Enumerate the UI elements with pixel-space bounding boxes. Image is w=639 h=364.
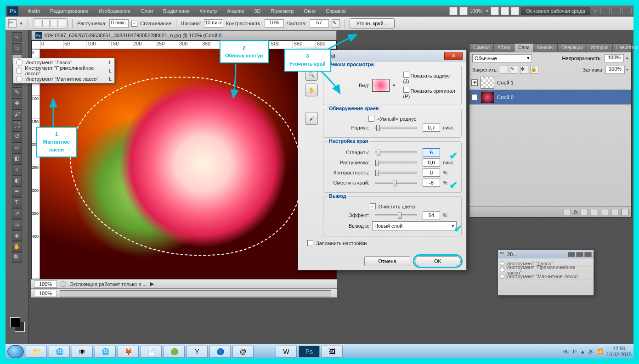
tray-icon[interactable]: 🔊: [588, 348, 594, 354]
tab-history[interactable]: История: [587, 44, 613, 52]
close-button[interactable]: [622, 8, 632, 14]
tab-character[interactable]: Символ: [469, 44, 494, 52]
fg-color[interactable]: [10, 317, 20, 327]
document-tab[interactable]: Ps 10940597_639257039530651_308810479005…: [31, 30, 337, 40]
remember-checkbox[interactable]: [307, 240, 313, 246]
menu-analysis[interactable]: Анализ: [222, 7, 249, 15]
zoom-readout[interactable]: 100%: [469, 8, 482, 14]
frequency-input[interactable]: 57: [310, 19, 329, 28]
path-tool[interactable]: ↗: [12, 208, 22, 218]
image-content[interactable]: [40, 49, 336, 279]
menu-window[interactable]: Окно: [300, 7, 321, 15]
fill-input[interactable]: 100%: [605, 66, 625, 74]
layer-row[interactable]: 👁 Слой 1: [469, 75, 631, 90]
tray-flag-icon[interactable]: 🏳: [572, 349, 577, 354]
ok-button[interactable]: OK: [415, 256, 461, 266]
task-item[interactable]: 📁: [26, 346, 47, 358]
task-item[interactable]: @: [232, 346, 254, 358]
min-button[interactable]: [600, 8, 610, 14]
hand-dlg-icon[interactable]: ✋: [305, 84, 318, 96]
mini-min[interactable]: [568, 252, 575, 257]
task-item[interactable]: 🖼: [322, 346, 343, 358]
menu-image[interactable]: Изображение: [94, 7, 135, 15]
contrast-input[interactable]: 10%: [265, 19, 284, 28]
heal-tool[interactable]: ✚: [12, 98, 22, 108]
tab-channels[interactable]: Каналы: [533, 44, 558, 52]
tray-lang[interactable]: RU: [562, 349, 570, 354]
menu-select[interactable]: Выделение: [158, 7, 194, 15]
polygonal-lasso-option[interactable]: Инструмент "Прямолинейное лассо"L: [13, 67, 114, 75]
blend-mode-select[interactable]: Обычные: [472, 54, 532, 62]
stamp-tool[interactable]: ⛶: [12, 120, 22, 130]
width-input[interactable]: 10 пикс: [204, 19, 223, 28]
smart-radius-checkbox[interactable]: [368, 116, 374, 122]
adjustment-icon[interactable]: [591, 209, 598, 215]
lock-transparent-icon[interactable]: [500, 66, 508, 74]
workspace-selector[interactable]: Основная рабочая среда: [521, 7, 590, 15]
arrange-icon[interactable]: [501, 7, 509, 15]
amount-input[interactable]: [423, 211, 440, 219]
hand-icon[interactable]: [491, 7, 499, 15]
intersect-selection-icon[interactable]: [59, 20, 66, 27]
output-select[interactable]: Новый слой: [372, 221, 457, 230]
mini-item[interactable]: Инструмент "Прямолинейное лассо": [500, 267, 592, 273]
task-item[interactable]: 🔵: [209, 346, 231, 358]
tool-preset-icon[interactable]: ✏: [8, 19, 17, 28]
amount-slider[interactable]: [375, 214, 417, 216]
menu-3d[interactable]: 3D: [249, 7, 265, 15]
layer-row[interactable]: 👁 Слой 0: [469, 90, 631, 105]
tab-actions[interactable]: Операции: [558, 44, 587, 52]
show-original-checkbox[interactable]: [403, 87, 409, 93]
visibility-icon[interactable]: 👁: [471, 94, 478, 101]
eyedropper-tool[interactable]: ✎: [12, 87, 22, 97]
menu-help[interactable]: Справка: [321, 7, 350, 15]
hand-tool[interactable]: ✋: [12, 241, 22, 252]
eraser-tool[interactable]: ▱: [12, 142, 22, 152]
mini-item[interactable]: Инструмент "Магнитное лассо": [500, 273, 592, 280]
new-selection-icon[interactable]: [34, 20, 41, 27]
history-brush-tool[interactable]: ↺: [12, 131, 22, 141]
status-arrow-icon[interactable]: ▶: [150, 281, 154, 287]
shift-input[interactable]: [423, 179, 440, 187]
task-item[interactable]: Y: [187, 346, 208, 358]
task-item[interactable]: W: [276, 346, 297, 358]
h-scrollbar[interactable]: [60, 290, 331, 297]
start-button[interactable]: [7, 345, 24, 358]
pen-pressure-icon[interactable]: ✎: [332, 19, 340, 28]
shape-tool[interactable]: ▭: [12, 219, 22, 230]
menu-edit[interactable]: Редактирование: [45, 7, 93, 15]
zoom-tool[interactable]: 🔍: [12, 252, 22, 263]
mini-close[interactable]: [584, 252, 592, 257]
refine-edge-button[interactable]: Уточн. край...: [350, 18, 395, 28]
menu-file[interactable]: Файл: [23, 7, 45, 15]
mask-icon[interactable]: [581, 209, 588, 215]
opacity-input[interactable]: 100%: [605, 54, 624, 62]
brush-tool[interactable]: 🖌: [12, 109, 22, 119]
menu-layers[interactable]: Слои: [136, 7, 158, 15]
max-button[interactable]: [611, 8, 621, 14]
screen-icon[interactable]: [511, 7, 519, 15]
move-tool[interactable]: ↖: [12, 32, 22, 42]
smooth-input[interactable]: [423, 148, 440, 157]
decontaminate-checkbox[interactable]: [370, 203, 376, 209]
contrast-slider[interactable]: [375, 172, 417, 174]
tray-icon[interactable]: 📶: [597, 348, 604, 354]
menu-view[interactable]: Просмотр: [266, 7, 298, 15]
antialias-checkbox[interactable]: [131, 21, 137, 27]
contrast-dlg-input[interactable]: [423, 168, 440, 177]
task-item[interactable]: 🦊: [118, 346, 139, 358]
3d-tool[interactable]: ◈: [12, 230, 22, 241]
mb-icon[interactable]: [459, 7, 468, 15]
task-item[interactable]: 🕷: [72, 346, 93, 358]
blur-tool[interactable]: ○: [12, 164, 22, 174]
tray-clock[interactable]: 12:5013.02.2015: [606, 346, 632, 357]
smooth-slider[interactable]: [375, 151, 417, 153]
group-icon[interactable]: [601, 209, 608, 215]
dodge-tool[interactable]: ◐: [12, 175, 22, 185]
pen-tool[interactable]: ✒: [12, 186, 22, 196]
tab-paragraph[interactable]: Абзац: [494, 44, 515, 52]
mini-history-panel[interactable]: Ps 20... Инструмент "Лассо" Инструмент "…: [498, 250, 594, 296]
gradient-tool[interactable]: ◧: [12, 153, 22, 163]
lock-position-icon[interactable]: ✥: [520, 66, 528, 74]
menu-filter[interactable]: Фильтр: [195, 7, 221, 15]
